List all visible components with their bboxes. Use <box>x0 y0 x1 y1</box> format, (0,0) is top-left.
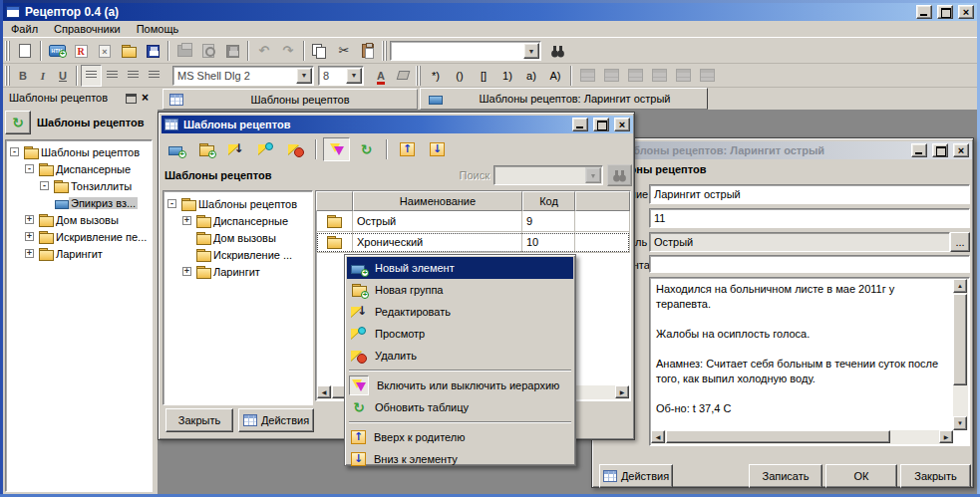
new-group-button[interactable] <box>192 137 219 161</box>
menu-item-new-group[interactable]: Новая группа <box>347 279 573 301</box>
recipe-button[interactable] <box>69 40 93 62</box>
tree-expander[interactable]: + <box>25 215 34 224</box>
tree-item[interactable]: + Дом вызовы <box>8 211 152 228</box>
scroll-up-icon[interactable]: ▲ <box>953 279 967 293</box>
row-extra-cell[interactable] <box>575 232 630 253</box>
menu-file[interactable]: Файл <box>3 22 46 36</box>
tree-item[interactable]: - Шаблоны рецептов <box>165 195 312 212</box>
table-delete-button[interactable] <box>695 65 719 87</box>
tree-item-label[interactable]: Диспансерные <box>54 163 133 175</box>
row-code-cell[interactable]: 9 <box>522 211 575 232</box>
table-insert-button[interactable] <box>575 65 599 87</box>
toolbar-grip[interactable] <box>5 41 10 61</box>
tree-item[interactable]: - Шаблоны рецептов <box>8 143 152 160</box>
table-cell-button[interactable] <box>623 65 647 87</box>
tree-expander[interactable]: - <box>167 199 176 208</box>
list-close-button[interactable]: × <box>614 118 630 131</box>
row-name-cell[interactable]: Острый <box>353 211 522 232</box>
table-edit-button[interactable] <box>599 65 623 87</box>
table-row[interactable]: Острый 9 <box>316 211 630 232</box>
tree-expander[interactable]: + <box>182 216 191 225</box>
tree-item-label[interactable]: Тонзиллиты <box>69 180 134 192</box>
horizontal-scrollbar[interactable]: ◀ ▶ <box>651 430 953 444</box>
toolbar-grip[interactable] <box>416 66 421 86</box>
menu-item-edit[interactable]: Редактировать <box>347 301 573 323</box>
new-element-button[interactable] <box>163 137 189 161</box>
detail-close-bottom-button[interactable]: Закрыть <box>900 464 971 488</box>
combo-dropdown-icon[interactable]: ▼ <box>585 167 601 183</box>
name-field[interactable]: Ларингит острый <box>649 184 970 204</box>
row-extra-cell[interactable] <box>575 211 630 232</box>
code-field[interactable]: 11 <box>649 208 970 228</box>
menu-item-toggle-hierarchy[interactable]: Включить или выключить иерархию <box>347 374 573 396</box>
scroll-left-icon[interactable]: ◀ <box>651 430 665 443</box>
refresh-table-button[interactable]: ↻ <box>353 137 380 161</box>
find-button[interactable] <box>545 40 569 62</box>
menu-item-new-element[interactable]: Новый элемент <box>347 257 573 279</box>
dock-float-button[interactable] <box>123 92 138 105</box>
list-close-bottom-button[interactable]: Закрыть <box>165 408 233 432</box>
table-column-button[interactable] <box>671 65 695 87</box>
tree-expander[interactable]: + <box>25 232 34 241</box>
scroll-left-icon[interactable]: ◀ <box>317 385 331 398</box>
tree-item-label[interactable]: Шаблоны рецептов <box>39 146 142 158</box>
edit-button[interactable] <box>222 137 249 161</box>
list-lowercase-button[interactable]: a) <box>519 65 543 87</box>
menu-item-delete[interactable]: Удалить <box>347 345 573 367</box>
scroll-right-icon[interactable]: ▶ <box>615 385 629 398</box>
scroll-down-icon[interactable]: ▼ <box>953 416 967 430</box>
maximize-button[interactable] <box>937 5 953 19</box>
list-minimize-button[interactable] <box>572 118 588 131</box>
tree-item-label[interactable]: Шаблоны рецептов <box>196 198 299 210</box>
toolbar-grip[interactable] <box>5 66 10 86</box>
tree-item[interactable]: + Искривление пе... <box>8 228 152 245</box>
underline-button[interactable]: U <box>53 65 73 87</box>
quick-search-combo[interactable]: ▼ <box>390 41 541 61</box>
up-to-parent-button[interactable]: ↑ <box>394 137 421 161</box>
tree-item-label[interactable]: Эпикриз вз... <box>69 197 138 209</box>
delete-button[interactable] <box>282 137 309 161</box>
detail-minimize-button[interactable] <box>911 143 927 157</box>
code-column-header[interactable]: Код <box>522 191 575 211</box>
close-button[interactable]: × <box>958 5 974 19</box>
redo-button[interactable]: ↷ <box>276 40 300 62</box>
hierarchy-toggle-button[interactable] <box>323 137 350 161</box>
detail-maximize-button[interactable] <box>932 143 948 157</box>
font-size-combo[interactable]: 8▼ <box>318 66 364 86</box>
search-button[interactable] <box>607 164 632 186</box>
tree-item-label[interactable]: Дом вызовы <box>54 214 121 226</box>
tree-item[interactable]: + Ларингит <box>8 245 152 262</box>
font-name-combo[interactable]: MS Shell Dlg 2▼ <box>172 66 314 86</box>
list-paren-button[interactable]: () <box>448 65 472 87</box>
toolbar-grip[interactable] <box>382 41 387 61</box>
copy-button[interactable] <box>308 40 332 62</box>
save-button[interactable] <box>141 40 164 62</box>
tree-item-label[interactable]: Ларингит <box>54 248 105 260</box>
tree-expander[interactable]: + <box>182 267 191 276</box>
parent-lookup-button[interactable]: ... <box>950 232 970 252</box>
comment-field[interactable] <box>649 255 970 273</box>
tree-expander[interactable]: + <box>25 249 34 258</box>
vertical-scrollbar[interactable]: ▲ ▼ <box>953 279 968 430</box>
paste-button[interactable] <box>356 40 380 62</box>
detail-actions-button[interactable]: Действия <box>599 464 673 488</box>
ok-button[interactable]: ОК <box>825 464 897 488</box>
scroll-right-icon[interactable]: ▶ <box>939 430 953 443</box>
tree-item[interactable]: Дом вызовы <box>165 229 312 246</box>
list-numbered-button[interactable]: 1) <box>495 65 519 87</box>
tree-expander[interactable]: - <box>10 147 19 156</box>
list-bullet-button[interactable]: *) <box>424 65 448 87</box>
highlight-button[interactable] <box>392 65 414 87</box>
tree-item[interactable]: + Ларингит <box>165 263 312 280</box>
save-as-button[interactable] <box>220 40 244 62</box>
list-bracket-button[interactable]: [] <box>472 65 495 87</box>
combo-dropdown-icon[interactable]: ▼ <box>523 43 539 59</box>
tab-laryngitis[interactable]: Шаблоны рецептов: Ларингит острый <box>420 88 708 110</box>
combo-dropdown-icon[interactable]: ▼ <box>346 68 362 84</box>
undo-button[interactable]: ↶ <box>252 40 276 62</box>
tree-item[interactable]: - Диспансерные <box>8 160 152 177</box>
italic-button[interactable]: I <box>33 65 53 87</box>
menu-item-up-to-parent[interactable]: ↑ Вверх к родителю <box>347 426 573 448</box>
tree-item-label[interactable]: Искривление ... <box>211 249 294 261</box>
minimize-button[interactable] <box>916 5 932 19</box>
